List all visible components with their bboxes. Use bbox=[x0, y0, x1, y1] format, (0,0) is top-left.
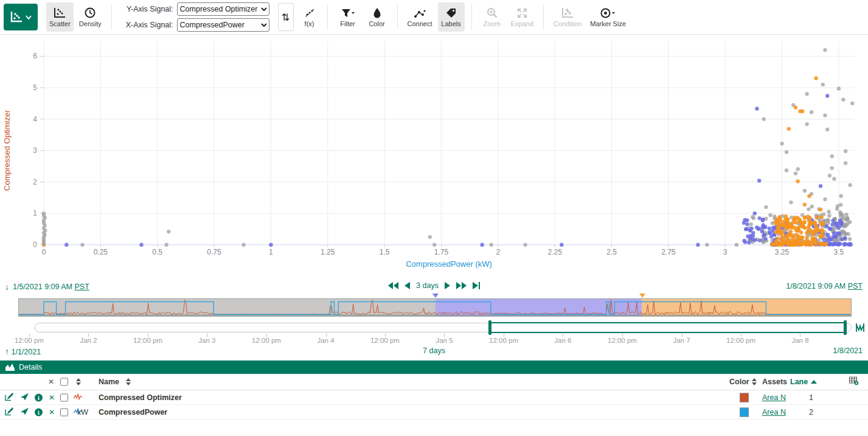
details-column-header: ✕ Name Color Assets Lane bbox=[0, 374, 868, 390]
magnifier-zoom-icon bbox=[487, 7, 498, 18]
step-forward-button[interactable] bbox=[445, 282, 450, 289]
column-color-label[interactable]: Color bbox=[729, 378, 749, 386]
color-boundary-marker-icon bbox=[639, 294, 645, 298]
range-slider-left-handle[interactable] bbox=[488, 320, 491, 335]
connect-dots-icon bbox=[414, 7, 426, 18]
details-title: Details bbox=[19, 363, 42, 371]
signal-name[interactable]: CompressedPower bbox=[99, 408, 167, 417]
fx-button[interactable]: f(x) bbox=[299, 2, 321, 32]
connect-button[interactable]: Connect bbox=[404, 2, 436, 32]
color-boundary-marker-icon bbox=[432, 294, 439, 298]
swap-axes-button[interactable]: ⇅ bbox=[278, 3, 294, 31]
send-icon[interactable] bbox=[21, 393, 29, 402]
scatter-chart[interactable]: 00.250.50.7511.251.51.7522.252.52.7533.2… bbox=[0, 35, 868, 277]
details-row-compressed-optimizer[interactable]: i ✕ Compressed Optimizer Area N 1 bbox=[0, 390, 868, 405]
toolbar: Scatter Density Y-Axis Signal: Compresse… bbox=[0, 0, 868, 35]
color-swatch[interactable] bbox=[740, 393, 749, 402]
asset-link[interactable]: Area N bbox=[762, 408, 786, 417]
step-forward-fast-button[interactable] bbox=[456, 282, 467, 289]
svg-text:5: 5 bbox=[33, 83, 37, 92]
display-end-date: 1/8/2021 9:09 AM bbox=[786, 282, 845, 290]
details-row-compressedpower[interactable]: i ✕ kW CompressedPower Area N 2 bbox=[0, 405, 868, 420]
svg-text:3.25: 3.25 bbox=[775, 248, 790, 256]
droplet-icon bbox=[373, 7, 381, 18]
condition-chart-icon bbox=[561, 7, 574, 18]
trend-preview-strip[interactable] bbox=[18, 298, 852, 317]
zoom-button: Zoom bbox=[479, 2, 505, 32]
svg-text:CompressedPower (kW): CompressedPower (kW) bbox=[406, 259, 492, 269]
row-checkbox[interactable] bbox=[60, 393, 68, 401]
select-all-checkbox[interactable] bbox=[60, 378, 68, 386]
svg-text:6: 6 bbox=[33, 52, 37, 60]
details-panel: Details ✕ Name Color Assets Lane bbox=[0, 360, 868, 436]
timeline-tick-label: Jan 7 bbox=[661, 337, 703, 344]
svg-text:2.25: 2.25 bbox=[547, 248, 562, 256]
svg-text:3.5: 3.5 bbox=[834, 248, 844, 256]
timeline-tick-label: Jan 6 bbox=[541, 337, 584, 344]
svg-text:2: 2 bbox=[496, 248, 500, 256]
color-swatch[interactable] bbox=[740, 407, 749, 417]
column-name-label[interactable]: Name bbox=[99, 378, 119, 386]
svg-text:1.75: 1.75 bbox=[434, 248, 449, 256]
step-back-button[interactable] bbox=[404, 282, 410, 289]
remove-icon[interactable]: ✕ bbox=[49, 408, 55, 417]
timezone-link[interactable]: PST bbox=[848, 282, 863, 290]
scatter-mode-button[interactable]: Scatter bbox=[46, 2, 74, 32]
x-axis-signal-label: X-Axis Signal: bbox=[122, 21, 173, 29]
chevron-down-icon bbox=[26, 15, 32, 19]
timeline-tick-label: 12:00 pm bbox=[245, 337, 288, 344]
add-column-icon[interactable] bbox=[849, 377, 859, 387]
svg-text:4: 4 bbox=[33, 115, 37, 124]
svg-text:0.25: 0.25 bbox=[94, 248, 108, 256]
column-lane-label[interactable]: Lane bbox=[790, 378, 808, 386]
lane-sort-asc-icon[interactable] bbox=[811, 380, 817, 384]
sort-icon[interactable] bbox=[76, 378, 81, 385]
svg-text:1.5: 1.5 bbox=[380, 248, 390, 256]
svg-text:3: 3 bbox=[723, 248, 727, 256]
condition-button: Condition bbox=[550, 2, 585, 32]
sort-name-icon[interactable] bbox=[126, 378, 131, 385]
signal-selectors: Y-Axis Signal: Compressed Optimizer X-Ax… bbox=[122, 2, 269, 32]
expand-arrows-icon bbox=[517, 7, 527, 18]
info-icon[interactable]: i bbox=[35, 408, 43, 416]
labels-button[interactable]: Labels bbox=[438, 2, 465, 32]
svg-text:3: 3 bbox=[33, 146, 37, 155]
marker-size-button[interactable]: Marker Size bbox=[587, 2, 629, 32]
range-slider-selection[interactable] bbox=[490, 322, 845, 333]
expand-button: Expand bbox=[508, 2, 536, 32]
range-slider-right-handle[interactable] bbox=[844, 320, 847, 335]
remove-icon[interactable]: ✕ bbox=[49, 393, 55, 402]
labels-label: Labels bbox=[441, 20, 460, 27]
step-size-label[interactable]: 3 days bbox=[416, 281, 439, 290]
density-mode-button[interactable]: Density bbox=[76, 2, 105, 32]
display-range-end[interactable]: 1/8/2021 9:09 AM PST bbox=[786, 282, 863, 290]
remove-all-icon[interactable]: ✕ bbox=[48, 378, 54, 386]
edit-icon[interactable] bbox=[5, 392, 13, 403]
investigate-duration[interactable]: 7 days bbox=[0, 346, 868, 355]
auto-update-button[interactable] bbox=[855, 323, 865, 335]
details-header[interactable]: Details bbox=[0, 360, 868, 374]
column-assets-label[interactable]: Assets bbox=[762, 378, 787, 386]
y-axis-signal-select[interactable]: Compressed Optimizer bbox=[177, 2, 269, 16]
color-button[interactable]: Color bbox=[364, 2, 391, 32]
scatter-tool-menu-button[interactable] bbox=[4, 4, 38, 30]
investigate-end-date[interactable]: 1/8/2021 bbox=[833, 346, 863, 355]
step-back-fast-button[interactable] bbox=[388, 282, 398, 289]
step-to-end-button[interactable] bbox=[473, 282, 480, 289]
timeline-panel: ↓ 1/5/2021 9:09 AM PST 3 days bbox=[0, 277, 868, 360]
filter-button[interactable]: Filter bbox=[335, 2, 361, 32]
expand-label: Expand bbox=[511, 20, 533, 27]
svg-text:2: 2 bbox=[33, 178, 37, 186]
row-checkbox[interactable] bbox=[60, 408, 68, 416]
toolbar-separator bbox=[111, 4, 112, 30]
x-axis-signal-select[interactable]: CompressedPower bbox=[177, 18, 269, 32]
signal-name[interactable]: Compressed Optimizer bbox=[99, 393, 182, 402]
info-icon[interactable]: i bbox=[35, 393, 43, 401]
edit-icon[interactable] bbox=[5, 407, 13, 417]
asset-link[interactable]: Area N bbox=[762, 393, 786, 402]
investigate-range-row: ↑ 1/1/2021 7 days 1/8/2021 bbox=[0, 346, 868, 359]
range-step-controls: 3 days bbox=[0, 281, 868, 290]
swap-arrows-icon: ⇅ bbox=[282, 12, 290, 23]
sort-color-icon[interactable] bbox=[752, 378, 757, 385]
send-icon[interactable] bbox=[21, 407, 29, 417]
